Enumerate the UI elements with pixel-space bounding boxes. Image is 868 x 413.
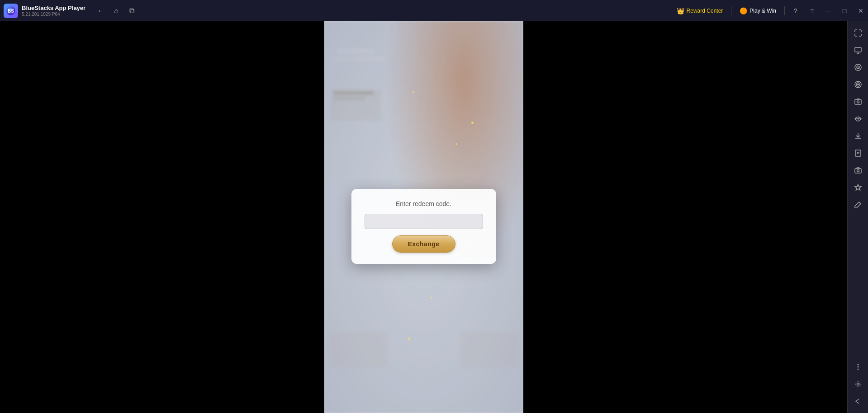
- nav-buttons: ← ⌂ ⧉: [95, 5, 138, 17]
- home-button[interactable]: ⌂: [110, 5, 123, 17]
- titlebar-right: 👑 Reward Center 🟠 Play & Win ? ≡ ─ □ ✕: [672, 0, 868, 21]
- close-icon: ✕: [858, 7, 863, 14]
- maximize-button[interactable]: □: [837, 0, 852, 21]
- play-win-button[interactable]: 🟠 Play & Win: [735, 5, 781, 16]
- svg-point-17: [857, 369, 859, 370]
- crown-icon: 👑: [677, 7, 684, 14]
- resize-icon[interactable]: [850, 111, 866, 127]
- back-icon[interactable]: [850, 393, 866, 409]
- macro-icon[interactable]: [850, 179, 866, 196]
- svg-text:BS: BS: [8, 9, 14, 14]
- screenshot-icon[interactable]: [850, 94, 866, 110]
- separator: [731, 6, 731, 15]
- svg-rect-11: [857, 99, 859, 99]
- close-button[interactable]: ✕: [854, 0, 868, 21]
- maximize-icon: □: [843, 7, 846, 14]
- record-icon[interactable]: [850, 76, 866, 93]
- svg-rect-2: [855, 47, 861, 52]
- dialog-title: Enter redeem code.: [396, 200, 451, 207]
- svg-rect-12: [855, 150, 861, 156]
- svg-point-10: [857, 101, 859, 103]
- menu-icon: ≡: [810, 7, 814, 14]
- svg-point-18: [857, 383, 859, 385]
- exchange-button[interactable]: Exchange: [392, 235, 455, 253]
- app-version: 5.21.201.1029 P64: [22, 12, 85, 17]
- redeem-dialog: Enter redeem code. Exchange: [351, 189, 496, 264]
- svg-point-5: [858, 67, 859, 68]
- dialog-overlay: Enter redeem code. Exchange: [324, 21, 523, 413]
- display-settings-icon[interactable]: [850, 42, 866, 58]
- app-title-block: BlueStacks App Player 5.21.201.1029 P64: [22, 5, 85, 17]
- svg-point-16: [857, 366, 859, 368]
- right-sidebar: [847, 21, 868, 413]
- coin-icon: 🟠: [740, 7, 747, 14]
- main-content: Enter redeem code. Exchange: [0, 21, 847, 413]
- more-icon[interactable]: [850, 359, 866, 375]
- apk-icon[interactable]: [850, 145, 866, 161]
- app-logo: BS: [4, 4, 18, 18]
- expand-icon[interactable]: [850, 25, 866, 41]
- game-viewport: Enter redeem code. Exchange: [324, 21, 523, 413]
- svg-point-8: [857, 84, 859, 85]
- reward-center-label: Reward Center: [687, 8, 723, 14]
- app-name: BlueStacks App Player: [22, 5, 85, 12]
- help-button[interactable]: ?: [788, 0, 803, 21]
- svg-point-15: [857, 364, 859, 366]
- help-icon: ?: [794, 7, 797, 14]
- separator2: [784, 6, 785, 15]
- redeem-code-input[interactable]: [365, 214, 483, 229]
- minimize-button[interactable]: ─: [821, 0, 835, 21]
- settings-icon[interactable]: [850, 376, 866, 392]
- titlebar: BS BlueStacks App Player 5.21.201.1029 P…: [0, 0, 868, 21]
- camera-icon[interactable]: [850, 162, 866, 178]
- reward-center-button[interactable]: 👑 Reward Center: [672, 5, 728, 16]
- minimize-icon: ─: [826, 7, 830, 14]
- multi-instance-button[interactable]: ⧉: [125, 5, 138, 17]
- menu-button[interactable]: ≡: [805, 0, 819, 21]
- edit-icon[interactable]: [850, 197, 866, 213]
- svg-rect-13: [855, 169, 861, 173]
- play-win-label: Play & Win: [749, 8, 776, 14]
- volume-icon[interactable]: [850, 59, 866, 75]
- svg-rect-9: [855, 99, 861, 104]
- back-button[interactable]: ←: [95, 5, 107, 17]
- svg-point-14: [857, 170, 859, 172]
- import-icon[interactable]: [850, 128, 866, 144]
